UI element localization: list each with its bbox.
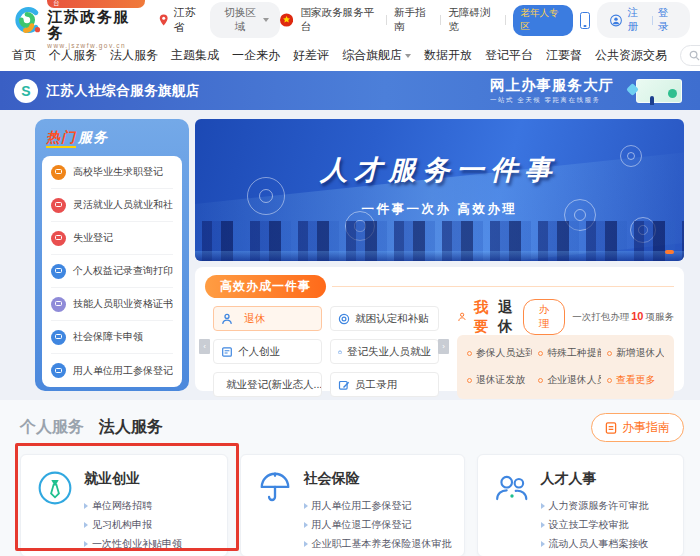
service-icon: [51, 231, 66, 246]
card-link[interactable]: 流动人员人事档案接收: [541, 534, 649, 553]
nav-item-open-data[interactable]: 数据开放: [424, 47, 472, 64]
panel-link[interactable]: 参保人员达到退...: [467, 347, 532, 360]
view-more-link[interactable]: 查看更多: [607, 374, 664, 387]
nav-item-rating[interactable]: 好差评: [293, 47, 329, 64]
card-link[interactable]: 设立技工学校审批: [541, 515, 649, 534]
card-icon-wrap: [257, 470, 293, 544]
hot-service-item[interactable]: 用人单位用工参保登记: [51, 354, 173, 387]
nav-item-supervision[interactable]: 江要督: [546, 47, 582, 64]
arrow-icon: [541, 541, 545, 547]
service-icon: [51, 363, 66, 378]
nav-item-home[interactable]: 首页: [12, 47, 36, 64]
service-cards: 就业创业 单位网络招聘 见习机构申报 一次性创业补贴申领 社会保险 用人单位: [20, 454, 684, 556]
hot-service-item[interactable]: 社会保障卡申领: [51, 321, 173, 354]
hot-item-label: 灵活就业人员就业和社...: [73, 198, 173, 212]
card-link-label: 用人单位用工参保登记: [312, 496, 412, 515]
card-link[interactable]: 单位网络招聘: [84, 496, 182, 515]
panel-title-accent: 我要: [474, 298, 491, 336]
link-label: 参保人员达到退...: [476, 347, 532, 360]
tab-personal-services[interactable]: 个人服务: [20, 417, 84, 438]
hot-services-list: 高校毕业生求职登记 灵活就业人员就业和社... 失业登记 个人权益记录查询打印 …: [42, 156, 182, 387]
hot-service-item[interactable]: 失业登记: [51, 222, 173, 255]
card-link[interactable]: 企业职工基本养老保险退休审批: [304, 534, 452, 553]
nav-item-flagship[interactable]: 综合旗舰店: [342, 47, 411, 64]
retiree-icon: [457, 309, 467, 325]
hot-service-item[interactable]: 高校毕业生求职登记: [51, 156, 173, 189]
arrow-icon: [304, 541, 308, 547]
panel-links: 参保人员达到退... 特殊工种提前退... 新增退休人员养... 退休证发放 企…: [457, 335, 674, 399]
region-switch-button[interactable]: 切换区域: [210, 2, 281, 38]
one-thing-widget: 高效办成一件事 退休 就困认定和补贴: [195, 267, 684, 391]
right-column: 人才服务一件事 一件事一次办 高效办理 高效办成一件事 退休: [195, 119, 684, 391]
tab-retirement[interactable]: 退休: [213, 306, 322, 331]
carousel-indicator[interactable]: [665, 250, 674, 254]
nav-item-personal[interactable]: 个人服务: [49, 47, 97, 64]
link-accessibility[interactable]: 无障碍浏览: [448, 6, 497, 34]
panel-link[interactable]: 退休证发放: [467, 374, 532, 387]
hero-banner[interactable]: 人才服务一件事 一件事一次办 高效办理: [195, 119, 684, 261]
tab-hardship-subsidy[interactable]: 就困认定和补贴: [330, 306, 439, 331]
hot-service-item[interactable]: 技能人员职业资格证书...: [51, 288, 173, 321]
carousel-prev-icon[interactable]: ‹: [199, 339, 210, 354]
arrow-icon: [304, 503, 308, 509]
card-link[interactable]: 用人单位用工参保登记: [304, 496, 452, 515]
handle-button[interactable]: 办理: [523, 299, 566, 335]
tab-label: 个人创业: [238, 345, 280, 359]
store-logo-icon: S: [14, 79, 38, 103]
people-icon: [494, 470, 530, 506]
chevron-down-icon: [263, 18, 269, 22]
bullet-icon: [607, 351, 612, 356]
link-national-platform[interactable]: 国家政务服务平台: [300, 6, 379, 34]
store-title: 江苏人社综合服务旗舰店: [46, 82, 200, 100]
one-thing-title: 高效办成一件事: [205, 275, 326, 298]
tab-label: 登记失业人员就业: [347, 345, 431, 359]
card-link-label: 单位网络招聘: [92, 496, 152, 515]
nav-item-public-resources[interactable]: 公共资源交易: [595, 47, 667, 64]
nav-item-themes[interactable]: 主题集成: [171, 47, 219, 64]
panel-title: 退休: [498, 298, 515, 336]
tab-corporate-services[interactable]: 法人服务: [99, 417, 163, 438]
card-link[interactable]: 一次性创业补贴申领: [84, 534, 182, 553]
hot-service-item[interactable]: 灵活就业人员就业和社...: [51, 189, 173, 222]
tab-employee-hiring[interactable]: 员工录用: [330, 372, 439, 397]
carousel-next-icon[interactable]: ›: [438, 339, 449, 354]
mobile-app-icon[interactable]: [580, 12, 590, 29]
card-talent-hr: 人才人事 人力资源服务许可审批 设立技工学校审批 流动人员人事档案接收: [477, 454, 685, 556]
nav-item-corporate[interactable]: 法人服务: [110, 47, 158, 64]
arrow-icon: [84, 541, 88, 547]
hero-title: 人才服务一件事: [195, 152, 684, 188]
hall-entry[interactable]: 网上办事服务大厅 一站式 全天候 零距离在线服务: [490, 76, 686, 105]
tab-label: 就业登记(新业态人...: [226, 378, 322, 392]
nav-item-flagship-label: 综合旗舰店: [342, 47, 402, 64]
nav-item-enterprise[interactable]: 一企来办: [232, 47, 280, 64]
panel-link[interactable]: 新增退休人员养...: [607, 347, 664, 360]
region-selector: 江苏省 切换区域: [159, 2, 280, 38]
card-link[interactable]: 人力资源服务许可审批: [541, 496, 649, 515]
login-link[interactable]: 登录: [658, 6, 677, 34]
tab-label: 员工录用: [355, 378, 397, 392]
panel-link[interactable]: 特殊工种提前退...: [538, 347, 601, 360]
nav-item-registration[interactable]: 登记平台: [485, 47, 533, 64]
register-link[interactable]: 注册: [627, 6, 646, 34]
divider: [440, 15, 441, 25]
card-link-label: 见习机构申报: [92, 515, 152, 534]
panel-link[interactable]: 企业退休人员纳...: [538, 374, 601, 387]
card-link[interactable]: 用人单位退工停保登记: [304, 515, 452, 534]
tab-personal-startup[interactable]: 个人创业: [213, 339, 322, 364]
search-icon: [689, 50, 700, 61]
site-logo[interactable]: 全国一体化在线政务服务平台 江苏政务服务 www.jszwfw.gov.cn: [10, 0, 145, 49]
tab-unemployed-employment[interactable]: 登记失业人员就业: [330, 339, 439, 364]
guide-button[interactable]: 办事指南: [591, 413, 684, 442]
store-banner: S 江苏人社综合服务旗舰店 网上办事服务大厅 一站式 全天候 零距离在线服务: [0, 71, 700, 110]
link-label: 新增退休人员养...: [616, 347, 664, 360]
card-link-label: 用人单位退工停保登记: [312, 515, 412, 534]
link-newbie-guide[interactable]: 新手指南: [394, 6, 433, 34]
hot-title-rest: 服务: [78, 129, 108, 145]
tab-employment-registration[interactable]: 就业登记(新业态人...: [213, 372, 322, 397]
elderly-zone-badge[interactable]: 老年人专区: [513, 5, 574, 36]
divider: [332, 286, 674, 287]
arrow-icon: [304, 522, 308, 528]
hot-service-item[interactable]: 个人权益记录查询打印: [51, 255, 173, 288]
link-label: 退休证发放: [476, 374, 525, 387]
card-link[interactable]: 见习机构申报: [84, 515, 182, 534]
